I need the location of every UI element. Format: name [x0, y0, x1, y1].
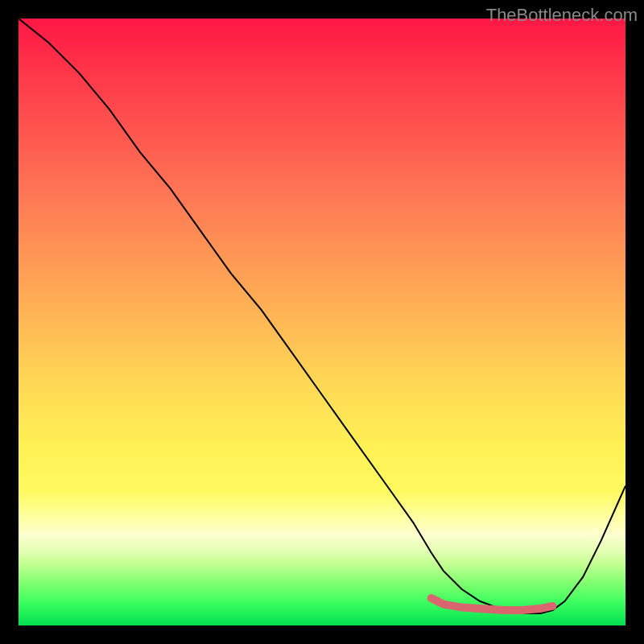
- plot-area: [19, 19, 625, 625]
- curve-svg: [19, 19, 625, 625]
- main-curve-group: [19, 19, 625, 613]
- optimal-range-marker: [431, 598, 553, 610]
- chart-container: TheBottleneck.com: [0, 0, 644, 644]
- watermark-text: TheBottleneck.com: [486, 5, 638, 26]
- bottleneck-curve: [19, 19, 625, 613]
